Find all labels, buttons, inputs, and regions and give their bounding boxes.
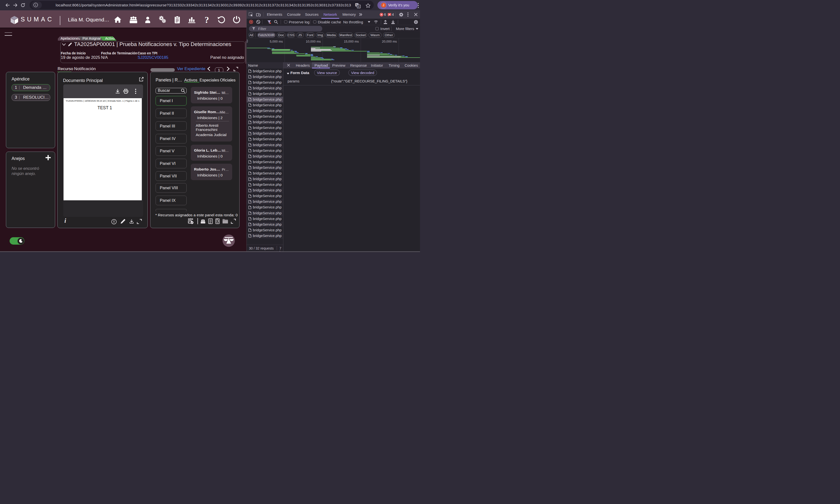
svg-text:i: i <box>64 218 66 224</box>
svg-text:×: × <box>389 13 390 16</box>
svg-text:文: 文 <box>357 5 360 8</box>
svg-text:?: ? <box>204 15 209 24</box>
